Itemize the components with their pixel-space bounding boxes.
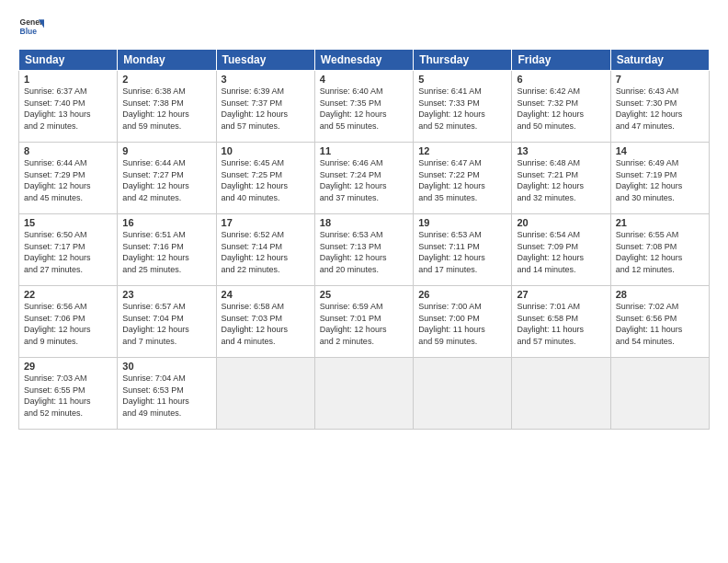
day-info: Sunrise: 6:45 AMSunset: 7:25 PMDaylight:… — [222, 158, 289, 202]
day-number: 29 — [24, 361, 112, 372]
header: General Blue — [18, 14, 710, 40]
day-info: Sunrise: 6:53 AMSunset: 7:13 PMDaylight:… — [320, 230, 387, 274]
day-number: 11 — [320, 145, 408, 156]
calendar-day-cell: 17 Sunrise: 6:52 AMSunset: 7:14 PMDaylig… — [216, 214, 314, 286]
day-number: 9 — [122, 145, 210, 156]
day-number: 24 — [222, 289, 310, 300]
calendar-week-row: 22 Sunrise: 6:56 AMSunset: 7:06 PMDaylig… — [19, 286, 710, 358]
calendar-day-cell — [314, 358, 413, 430]
calendar-day-cell: 22 Sunrise: 6:56 AMSunset: 7:06 PMDaylig… — [19, 286, 118, 358]
calendar-day-cell: 18 Sunrise: 6:53 AMSunset: 7:13 PMDaylig… — [314, 214, 413, 286]
day-info: Sunrise: 7:02 AMSunset: 6:56 PMDaylight:… — [616, 302, 683, 346]
day-info: Sunrise: 6:55 AMSunset: 7:08 PMDaylight:… — [616, 230, 683, 274]
day-info: Sunrise: 6:50 AMSunset: 7:17 PMDaylight:… — [24, 230, 91, 274]
day-info: Sunrise: 6:48 AMSunset: 7:21 PMDaylight:… — [517, 158, 584, 202]
day-info: Sunrise: 6:52 AMSunset: 7:14 PMDaylight:… — [222, 230, 289, 274]
day-info: Sunrise: 6:44 AMSunset: 7:27 PMDaylight:… — [122, 158, 189, 202]
calendar-day-cell: 25 Sunrise: 6:59 AMSunset: 7:01 PMDaylig… — [314, 286, 413, 358]
svg-text:Blue: Blue — [20, 27, 38, 36]
day-number: 25 — [320, 289, 408, 300]
calendar-table: SundayMondayTuesdayWednesdayThursdayFrid… — [18, 49, 710, 430]
day-info: Sunrise: 6:37 AMSunset: 7:40 PMDaylight:… — [24, 86, 91, 131]
calendar-day-cell: 14 Sunrise: 6:49 AMSunset: 7:19 PMDaylig… — [610, 143, 709, 214]
weekday-header-cell: Tuesday — [216, 50, 314, 71]
day-number: 13 — [517, 145, 605, 156]
day-info: Sunrise: 6:42 AMSunset: 7:32 PMDaylight:… — [517, 86, 584, 131]
calendar-day-cell: 11 Sunrise: 6:46 AMSunset: 7:24 PMDaylig… — [314, 143, 413, 214]
day-info: Sunrise: 6:43 AMSunset: 7:30 PMDaylight:… — [616, 86, 683, 131]
calendar-page: General Blue SundayMondayTuesdayWednesda… — [0, 0, 728, 563]
day-info: Sunrise: 7:03 AMSunset: 6:55 PMDaylight:… — [24, 373, 91, 418]
weekday-header-cell: Saturday — [610, 50, 709, 71]
calendar-week-row: 8 Sunrise: 6:44 AMSunset: 7:29 PMDayligh… — [19, 143, 710, 214]
calendar-day-cell: 19 Sunrise: 6:53 AMSunset: 7:11 PMDaylig… — [414, 214, 512, 286]
calendar-day-cell: 16 Sunrise: 6:51 AMSunset: 7:16 PMDaylig… — [118, 214, 216, 286]
calendar-day-cell: 26 Sunrise: 7:00 AMSunset: 7:00 PMDaylig… — [414, 286, 512, 358]
calendar-day-cell: 6 Sunrise: 6:42 AMSunset: 7:32 PMDayligh… — [512, 71, 610, 143]
calendar-day-cell — [512, 358, 610, 430]
day-number: 16 — [122, 217, 210, 228]
day-number: 2 — [122, 74, 210, 85]
weekday-header-row: SundayMondayTuesdayWednesdayThursdayFrid… — [19, 50, 710, 71]
day-number: 3 — [222, 74, 310, 85]
day-number: 14 — [616, 145, 704, 156]
weekday-header-cell: Monday — [118, 50, 216, 71]
day-info: Sunrise: 6:51 AMSunset: 7:16 PMDaylight:… — [122, 230, 189, 274]
day-info: Sunrise: 6:46 AMSunset: 7:24 PMDaylight:… — [320, 158, 387, 202]
day-info: Sunrise: 6:54 AMSunset: 7:09 PMDaylight:… — [517, 230, 584, 274]
weekday-header-cell: Wednesday — [314, 50, 413, 71]
calendar-body: 1 Sunrise: 6:37 AMSunset: 7:40 PMDayligh… — [19, 71, 710, 430]
day-number: 20 — [517, 217, 605, 228]
day-number: 1 — [24, 74, 112, 85]
day-info: Sunrise: 6:58 AMSunset: 7:03 PMDaylight:… — [222, 302, 289, 346]
calendar-day-cell: 2 Sunrise: 6:38 AMSunset: 7:38 PMDayligh… — [118, 71, 216, 143]
day-number: 30 — [122, 361, 210, 372]
calendar-day-cell: 7 Sunrise: 6:43 AMSunset: 7:30 PMDayligh… — [610, 71, 709, 143]
day-number: 21 — [616, 217, 704, 228]
day-number: 15 — [24, 217, 112, 228]
day-number: 23 — [122, 289, 210, 300]
calendar-week-row: 29 Sunrise: 7:03 AMSunset: 6:55 PMDaylig… — [19, 358, 710, 430]
day-number: 26 — [418, 289, 506, 300]
calendar-day-cell: 3 Sunrise: 6:39 AMSunset: 7:37 PMDayligh… — [216, 71, 314, 143]
calendar-day-cell: 9 Sunrise: 6:44 AMSunset: 7:27 PMDayligh… — [118, 143, 216, 214]
day-number: 22 — [24, 289, 112, 300]
day-info: Sunrise: 6:38 AMSunset: 7:38 PMDaylight:… — [122, 86, 189, 131]
day-info: Sunrise: 6:47 AMSunset: 7:22 PMDaylight:… — [418, 158, 485, 202]
day-number: 28 — [616, 289, 704, 300]
calendar-day-cell: 8 Sunrise: 6:44 AMSunset: 7:29 PMDayligh… — [19, 143, 118, 214]
calendar-week-row: 15 Sunrise: 6:50 AMSunset: 7:17 PMDaylig… — [19, 214, 710, 286]
calendar-day-cell: 15 Sunrise: 6:50 AMSunset: 7:17 PMDaylig… — [19, 214, 118, 286]
day-info: Sunrise: 6:40 AMSunset: 7:35 PMDaylight:… — [320, 86, 387, 131]
day-number: 27 — [517, 289, 605, 300]
day-info: Sunrise: 6:53 AMSunset: 7:11 PMDaylight:… — [418, 230, 485, 274]
day-info: Sunrise: 6:57 AMSunset: 7:04 PMDaylight:… — [122, 302, 189, 346]
day-info: Sunrise: 7:01 AMSunset: 6:58 PMDaylight:… — [517, 302, 584, 346]
day-info: Sunrise: 7:04 AMSunset: 6:53 PMDaylight:… — [122, 373, 189, 418]
calendar-day-cell: 20 Sunrise: 6:54 AMSunset: 7:09 PMDaylig… — [512, 214, 610, 286]
calendar-day-cell: 24 Sunrise: 6:58 AMSunset: 7:03 PMDaylig… — [216, 286, 314, 358]
calendar-day-cell — [414, 358, 512, 430]
day-number: 4 — [320, 74, 408, 85]
day-info: Sunrise: 6:44 AMSunset: 7:29 PMDaylight:… — [24, 158, 91, 202]
calendar-day-cell: 12 Sunrise: 6:47 AMSunset: 7:22 PMDaylig… — [414, 143, 512, 214]
calendar-day-cell: 13 Sunrise: 6:48 AMSunset: 7:21 PMDaylig… — [512, 143, 610, 214]
calendar-day-cell: 30 Sunrise: 7:04 AMSunset: 6:53 PMDaylig… — [118, 358, 216, 430]
calendar-week-row: 1 Sunrise: 6:37 AMSunset: 7:40 PMDayligh… — [19, 71, 710, 143]
day-info: Sunrise: 6:49 AMSunset: 7:19 PMDaylight:… — [616, 158, 683, 202]
calendar-day-cell: 21 Sunrise: 6:55 AMSunset: 7:08 PMDaylig… — [610, 214, 709, 286]
day-number: 19 — [418, 217, 506, 228]
day-info: Sunrise: 6:39 AMSunset: 7:37 PMDaylight:… — [222, 86, 289, 131]
calendar-day-cell: 4 Sunrise: 6:40 AMSunset: 7:35 PMDayligh… — [314, 71, 413, 143]
calendar-day-cell: 10 Sunrise: 6:45 AMSunset: 7:25 PMDaylig… — [216, 143, 314, 214]
day-number: 6 — [517, 74, 605, 85]
day-info: Sunrise: 6:59 AMSunset: 7:01 PMDaylight:… — [320, 302, 387, 346]
weekday-header-cell: Friday — [512, 50, 610, 71]
calendar-day-cell: 27 Sunrise: 7:01 AMSunset: 6:58 PMDaylig… — [512, 286, 610, 358]
day-number: 18 — [320, 217, 408, 228]
calendar-day-cell: 28 Sunrise: 7:02 AMSunset: 6:56 PMDaylig… — [610, 286, 709, 358]
calendar-day-cell: 5 Sunrise: 6:41 AMSunset: 7:33 PMDayligh… — [414, 71, 512, 143]
day-info: Sunrise: 7:00 AMSunset: 7:00 PMDaylight:… — [418, 302, 485, 346]
day-info: Sunrise: 6:41 AMSunset: 7:33 PMDaylight:… — [418, 86, 485, 131]
weekday-header-cell: Sunday — [19, 50, 118, 71]
